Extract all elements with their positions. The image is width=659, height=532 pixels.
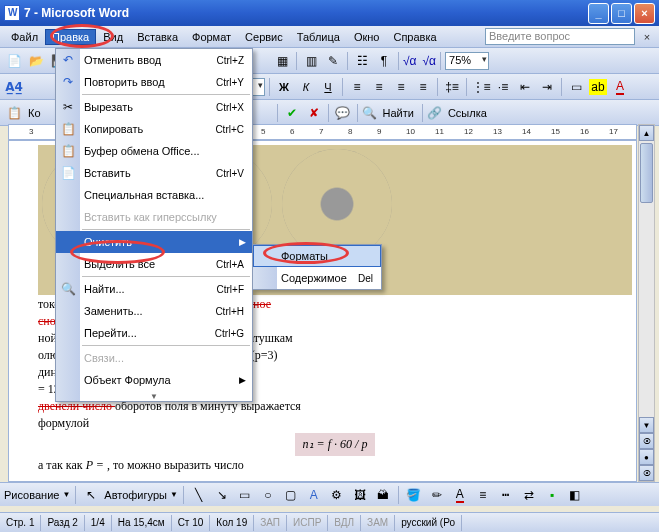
menu-replace[interactable]: Заменить...Ctrl+H xyxy=(56,300,252,322)
doc-map-button[interactable]: ☷ xyxy=(352,51,372,71)
scroll-up-button[interactable]: ▲ xyxy=(639,125,654,141)
next-page-button[interactable]: ⦿ xyxy=(639,465,654,481)
menu-insert[interactable]: Вставка xyxy=(130,29,185,45)
menu-redo[interactable]: ↷ Повторить вводCtrl+Y xyxy=(56,71,252,93)
select-browse-button[interactable]: ● xyxy=(639,449,654,465)
menu-edit[interactable]: Правка xyxy=(45,29,96,45)
submenu-formats[interactable]: Форматы xyxy=(253,245,381,267)
border-button[interactable]: ▭ xyxy=(566,77,586,97)
font-color-draw-button[interactable]: A xyxy=(450,485,470,505)
scroll-thumb[interactable] xyxy=(640,143,653,203)
open-button[interactable]: 📂 xyxy=(26,51,46,71)
dash-style-button[interactable]: ┅ xyxy=(496,485,516,505)
wordart-button[interactable]: A xyxy=(304,485,324,505)
rectangle-button[interactable]: ▭ xyxy=(235,485,255,505)
align-justify-button[interactable]: ≡ xyxy=(413,77,433,97)
menu-table[interactable]: Таблица xyxy=(290,29,347,45)
clipart-button[interactable]: 🖼 xyxy=(350,485,370,505)
line-button[interactable]: ╲ xyxy=(189,485,209,505)
review-mode-button[interactable]: 📋 xyxy=(4,103,24,123)
select-objects-button[interactable]: ↖ xyxy=(81,485,101,505)
menu-object[interactable]: Объект Формула▶ xyxy=(56,369,252,391)
menu-view[interactable]: Вид xyxy=(96,29,130,45)
doc-close-button[interactable]: × xyxy=(639,29,655,45)
menu-select-all[interactable]: Выделить всеCtrl+A xyxy=(56,253,252,275)
prev-page-button[interactable]: ⦿ xyxy=(639,433,654,449)
reject-button[interactable]: ✘ xyxy=(304,103,324,123)
line-spacing-button[interactable]: ‡≡ xyxy=(442,77,462,97)
menu-copy[interactable]: 📋 КопироватьCtrl+C xyxy=(56,118,252,140)
link-label[interactable]: Ссылка xyxy=(448,107,487,119)
columns-button[interactable]: ▥ xyxy=(301,51,321,71)
help-search-input[interactable]: Введите вопрос xyxy=(485,28,635,45)
table-button[interactable]: ▦ xyxy=(272,51,292,71)
autoshapes-menu[interactable]: Автофигуры xyxy=(104,489,167,501)
menu-office-clipboard[interactable]: 📋 Буфер обмена Office... xyxy=(56,140,252,162)
line-color-button[interactable]: ✏ xyxy=(427,485,447,505)
menu-clear[interactable]: Очистить▶ xyxy=(56,231,252,253)
close-button[interactable]: × xyxy=(634,3,655,24)
zoom-combo[interactable]: 75% xyxy=(445,52,489,70)
minimize-button[interactable]: _ xyxy=(588,3,609,24)
status-ext[interactable]: ВДЛ xyxy=(328,515,361,531)
numbering-button[interactable]: ⋮≡ xyxy=(471,77,491,97)
menu-format[interactable]: Формат xyxy=(185,29,238,45)
menu-find[interactable]: 🔍 Найти...Ctrl+F xyxy=(56,278,252,300)
shadow-button[interactable]: ▪ xyxy=(542,485,562,505)
arrow-icon: ↖ xyxy=(86,488,96,502)
vertical-scrollbar[interactable]: ▲ ▼ ⦿ ● ⦿ xyxy=(638,124,655,482)
menu-file[interactable]: Файл xyxy=(4,29,45,45)
menu-paste[interactable]: 📄 ВставитьCtrl+V xyxy=(56,162,252,184)
highlight-icon: ab xyxy=(589,79,606,95)
line-style-button[interactable]: ≡ xyxy=(473,485,493,505)
fontcolor-icon: A xyxy=(456,487,464,503)
textbox-button[interactable]: ▢ xyxy=(281,485,301,505)
align-center-button[interactable]: ≡ xyxy=(369,77,389,97)
menu-expand[interactable]: ▼ xyxy=(56,391,252,401)
menu-paste-special[interactable]: Специальная вставка... xyxy=(56,184,252,206)
menu-tools[interactable]: Сервис xyxy=(238,29,290,45)
status-lang[interactable]: русский (Ро xyxy=(395,515,462,531)
drawing-menu[interactable]: Рисование xyxy=(4,489,59,501)
comment-button[interactable]: 💬 xyxy=(333,103,353,123)
underline-button[interactable]: Ч xyxy=(318,77,338,97)
3d-button[interactable]: ◧ xyxy=(565,485,585,505)
menu-cut[interactable]: ✂ ВырезатьCtrl+X xyxy=(56,96,252,118)
status-ovr[interactable]: ЗАМ xyxy=(361,515,395,531)
status-rec[interactable]: ЗАП xyxy=(254,515,287,531)
underline-icon: Ч xyxy=(324,81,331,93)
maximize-button[interactable]: □ xyxy=(611,3,632,24)
align-right-button[interactable]: ≡ xyxy=(391,77,411,97)
font-color-button[interactable]: A xyxy=(610,77,630,97)
picture-button[interactable]: 🏔 xyxy=(373,485,393,505)
menu-goto[interactable]: Перейти...Ctrl+G xyxy=(56,322,252,344)
styles-button[interactable]: A̲4̲ xyxy=(4,77,24,97)
arrow-button[interactable]: ↘ xyxy=(212,485,232,505)
arrow-style-button[interactable]: ⇄ xyxy=(519,485,539,505)
menu-undo[interactable]: ↶ Отменить вводCtrl+Z xyxy=(56,49,252,71)
find-label[interactable]: Найти xyxy=(383,107,414,119)
menu-window[interactable]: Окно xyxy=(347,29,387,45)
drawing-button[interactable]: ✎ xyxy=(323,51,343,71)
fill-color-button[interactable]: 🪣 xyxy=(404,485,424,505)
show-marks-button[interactable]: ¶ xyxy=(374,51,394,71)
oval-button[interactable]: ○ xyxy=(258,485,278,505)
accept-button[interactable]: ✔ xyxy=(282,103,302,123)
submenu-contents[interactable]: СодержимоеDel xyxy=(253,267,381,289)
cross-icon: ✘ xyxy=(309,106,319,120)
italic-button[interactable]: К xyxy=(296,77,316,97)
menu-help[interactable]: Справка xyxy=(386,29,443,45)
textbox-icon: ▢ xyxy=(285,488,296,502)
diagram-button[interactable]: ⚙ xyxy=(327,485,347,505)
outdent-button[interactable]: ⇤ xyxy=(515,77,535,97)
status-trk[interactable]: ИСПР xyxy=(287,515,328,531)
new-doc-button[interactable]: 📄 xyxy=(4,51,24,71)
wordart-icon: A xyxy=(310,488,318,502)
drawing-toolbar: Рисование▼ ↖ Автофигуры▼ ╲ ↘ ▭ ○ ▢ A ⚙ 🖼… xyxy=(0,482,659,506)
highlight-button[interactable]: ab xyxy=(588,77,608,97)
bullets-button[interactable]: ∙≡ xyxy=(493,77,513,97)
bold-button[interactable]: Ж xyxy=(274,77,294,97)
indent-button[interactable]: ⇥ xyxy=(537,77,557,97)
scroll-down-button[interactable]: ▼ xyxy=(639,417,654,433)
align-left-button[interactable]: ≡ xyxy=(347,77,367,97)
